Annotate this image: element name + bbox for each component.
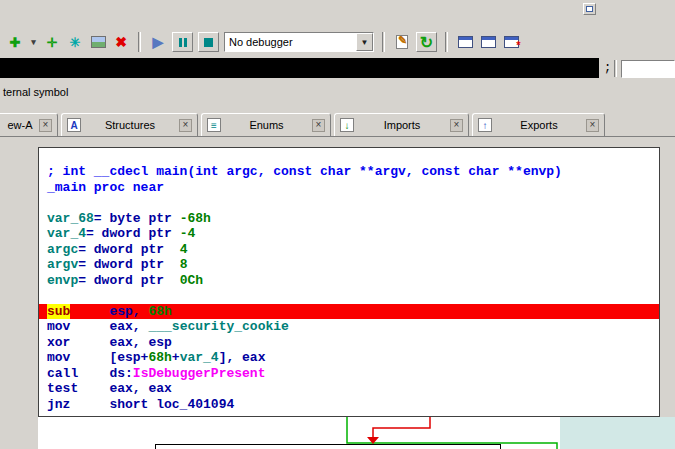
tab-structures[interactable]: AStructures× [61, 113, 198, 136]
tab-enums[interactable]: ≡Enums× [201, 113, 331, 136]
code-token: = dword ptr [78, 242, 179, 257]
red-asterisk-icon: * [516, 39, 520, 51]
code-token: esp, [109, 304, 148, 319]
disassembly-code: ; int __cdecl main(int argc, const char … [39, 148, 659, 412]
code-token: 68h [148, 304, 171, 319]
code-line[interactable]: envp= dword ptr 0Ch [39, 273, 659, 289]
code-token: mov [47, 350, 70, 365]
code-line[interactable]: var_68= byte ptr -68h [39, 211, 659, 227]
debugger-combobox[interactable]: No debugger ▼ [224, 32, 374, 52]
tab-imports[interactable]: ↓Imports× [334, 113, 469, 136]
combobox-dropdown-button[interactable]: ▼ [356, 33, 373, 51]
pause-icon [179, 38, 187, 47]
small-window-icon[interactable] [583, 3, 596, 15]
code-token: argc [47, 242, 78, 257]
code-token: mov [47, 319, 70, 334]
vertical-separator [614, 60, 617, 77]
window-icon-art [481, 36, 496, 48]
exports-icon: ↑ [478, 118, 492, 132]
code-line[interactable]: jnz short loc_401094 [39, 397, 659, 413]
toolbar-separator [138, 32, 141, 52]
code-token: argv [47, 257, 78, 272]
code-token: = byte ptr [94, 211, 180, 226]
tab-close-button[interactable]: × [39, 119, 52, 132]
ida-window: ✚ ▾ ✛ ✳ ✖ ▶ No debugger ▼ ✎ ↻ * ; ternal… [0, 0, 675, 449]
tab-close-button[interactable]: × [312, 119, 325, 132]
code-token: 0Ch [180, 273, 203, 288]
refresh-button[interactable]: ↻ [416, 32, 437, 52]
code-line[interactable]: ; int __cdecl main(int argc, const char … [39, 164, 659, 180]
code-line[interactable]: call ds:IsDebuggerPresent [39, 366, 659, 382]
tab-close-button[interactable]: × [586, 119, 599, 132]
window-icon-art: * [504, 36, 519, 48]
code-token: ; int __cdecl main(int argc, const char … [47, 164, 562, 179]
code-token: envp [47, 273, 78, 288]
navigation-band[interactable] [0, 58, 599, 78]
code-line[interactable]: xor eax, esp [39, 335, 659, 351]
green-cross-icon[interactable]: ✛ [43, 33, 61, 51]
debug-toolbar: ✚ ▾ ✛ ✳ ✖ ▶ No debugger ▼ ✎ ↻ * [0, 28, 675, 56]
delete-icon[interactable]: ✖ [112, 33, 130, 51]
pause-button[interactable] [172, 32, 193, 52]
tab-label: Exports [496, 119, 582, 131]
code-line[interactable]: argv= dword ptr 8 [39, 257, 659, 273]
code-line[interactable] [39, 195, 659, 211]
code-line[interactable]: _main proc near [39, 180, 659, 196]
code-line-breakpoint[interactable]: sub esp, 68h [39, 304, 659, 320]
tab-ew-a[interactable]: ew-A× [0, 113, 58, 136]
graph-edge-red [373, 417, 430, 438]
windows-icon[interactable] [456, 33, 474, 51]
code-line[interactable] [39, 288, 659, 304]
picture-icon[interactable] [89, 33, 107, 51]
code-token: var_4 [47, 226, 86, 241]
code-token: var_4 [180, 350, 219, 365]
code-token: 8 [180, 257, 188, 272]
graph-edge-green [347, 417, 557, 449]
play-icon[interactable]: ▶ [149, 33, 167, 51]
tab-close-button[interactable]: × [179, 119, 192, 132]
tab-label: Structures [85, 119, 175, 131]
code-token: 68h [148, 350, 171, 365]
code-token: eax, eax [78, 381, 172, 396]
partial-symbol-label: ternal symbol [3, 86, 68, 98]
structures-icon: A [67, 118, 81, 132]
breakpoint-window-icon[interactable]: * [502, 33, 520, 51]
teal-asterisk-icon[interactable]: ✳ [66, 33, 84, 51]
text-field[interactable] [621, 60, 675, 78]
graph-edges [0, 417, 675, 449]
code-token: ds: [78, 366, 133, 381]
code-token: test [47, 381, 78, 396]
code-token: eax, [70, 319, 148, 334]
code-token: -68h [180, 211, 211, 226]
tab-label: Enums [225, 119, 308, 131]
code-token [70, 304, 109, 319]
code-token: -4 [180, 226, 196, 241]
window-list-icon[interactable] [479, 33, 497, 51]
stop-button[interactable] [198, 32, 219, 52]
imports-icon: ↓ [340, 118, 354, 132]
code-line[interactable]: var_4= dword ptr -4 [39, 226, 659, 242]
edit-note-icon[interactable]: ✎ [393, 33, 411, 51]
dropdown-arrow-icon[interactable]: ▾ [29, 33, 38, 51]
code-line[interactable]: mov eax, ___security_cookie [39, 319, 659, 335]
code-line[interactable]: mov [esp+68h+var_4], eax [39, 350, 659, 366]
code-token: ___security_cookie [148, 319, 288, 334]
code-token: 4 [180, 242, 188, 257]
tab-exports[interactable]: ↑Exports× [472, 113, 605, 136]
window-icon-art [458, 36, 473, 48]
code-token: = dword ptr [86, 226, 180, 241]
code-token: var_68 [47, 211, 94, 226]
code-token: IsDebuggerPresent [133, 366, 266, 381]
code-line[interactable]: test eax, eax [39, 381, 659, 397]
code-line[interactable]: argc= dword ptr 4 [39, 242, 659, 258]
green-plus-icon[interactable]: ✚ [6, 33, 24, 51]
code-token: call [47, 366, 78, 381]
code-token: + [172, 350, 180, 365]
disassembly-panel[interactable]: ; int __cdecl main(int argc, const char … [38, 147, 660, 417]
tab-label: ew-A [5, 119, 35, 131]
picture-icon-art [91, 36, 106, 48]
toolbar-separator [445, 32, 448, 52]
toolbar-separator [382, 32, 385, 52]
tab-bar: ew-A×AStructures×≡Enums×↓Imports×↑Export… [0, 112, 675, 137]
tab-close-button[interactable]: × [450, 119, 463, 132]
